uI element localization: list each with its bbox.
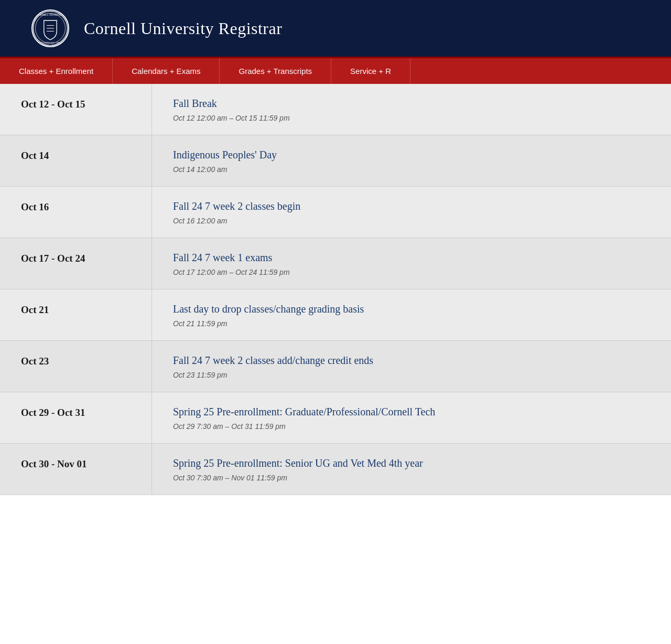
date-cell: Oct 14: [0, 135, 152, 186]
calendar-row: Oct 17 - Oct 24 Fall 24 7 week 1 exams O…: [0, 238, 671, 289]
event-time: Oct 17 12:00 am – Oct 24 11:59 pm: [173, 268, 650, 276]
calendar-container: Oct 12 - Oct 15 Fall Break Oct 12 12:00 …: [0, 84, 671, 495]
calendar-row: Oct 14 Indigenous Peoples' Day Oct 14 12…: [0, 135, 671, 187]
event-time: Oct 30 7:30 am – Nov 01 11:59 pm: [173, 474, 650, 482]
nav-item-calendars[interactable]: Calendars + Exams: [113, 58, 220, 84]
event-cell: Fall 24 7 week 1 exams Oct 17 12:00 am –…: [152, 238, 671, 289]
event-cell: Fall 24 7 week 2 classes add/change cred…: [152, 341, 671, 392]
date-cell: Oct 17 - Oct 24: [0, 238, 152, 289]
site-header: CORNELL UNIVERSITY FOUNDED A.D. 1865 Cor…: [0, 0, 671, 57]
event-time: Oct 29 7:30 am – Oct 31 11:59 pm: [173, 422, 650, 431]
event-title: Fall Break: [173, 96, 650, 111]
event-time: Oct 21 11:59 pm: [173, 319, 650, 328]
calendar-row: Oct 30 - Nov 01 Spring 25 Pre-enrollment…: [0, 444, 671, 495]
event-time: Oct 16 12:00 am: [173, 217, 650, 225]
date-cell: Oct 23: [0, 341, 152, 392]
calendar-row: Oct 23 Fall 24 7 week 2 classes add/chan…: [0, 341, 671, 392]
event-time: Oct 14 12:00 am: [173, 165, 650, 174]
event-title: Spring 25 Pre-enrollment: Senior UG and …: [173, 456, 650, 470]
nav-item-classes[interactable]: Classes + Enrollment: [0, 58, 113, 84]
event-title: Spring 25 Pre-enrollment: Graduate/Profe…: [173, 405, 650, 419]
main-navigation: Classes + Enrollment Calendars + Exams G…: [0, 57, 671, 84]
event-cell: Fall 24 7 week 2 classes begin Oct 16 12…: [152, 187, 671, 238]
event-title: Fall 24 7 week 1 exams: [173, 251, 650, 265]
date-cell: Oct 16: [0, 187, 152, 238]
event-cell: Indigenous Peoples' Day Oct 14 12:00 am: [152, 135, 671, 186]
calendar-row: Oct 21 Last day to drop classes/change g…: [0, 289, 671, 341]
event-cell: Spring 25 Pre-enrollment: Graduate/Profe…: [152, 392, 671, 443]
calendar-row: Oct 12 - Oct 15 Fall Break Oct 12 12:00 …: [0, 84, 671, 135]
event-title: Last day to drop classes/change grading …: [173, 302, 650, 316]
svg-text:FOUNDED A.D. 1865: FOUNDED A.D. 1865: [40, 41, 61, 44]
cornell-logo: CORNELL UNIVERSITY FOUNDED A.D. 1865: [31, 9, 69, 47]
event-cell: Fall Break Oct 12 12:00 am – Oct 15 11:5…: [152, 84, 671, 135]
svg-text:CORNELL UNIVERSITY: CORNELL UNIVERSITY: [37, 14, 64, 16]
nav-item-grades[interactable]: Grades + Transcripts: [220, 58, 331, 84]
event-time: Oct 12 12:00 am – Oct 15 11:59 pm: [173, 114, 650, 122]
event-cell: Spring 25 Pre-enrollment: Senior UG and …: [152, 444, 671, 495]
date-cell: Oct 12 - Oct 15: [0, 84, 152, 135]
site-title: Cornell University Registrar: [84, 19, 282, 38]
nav-item-service[interactable]: Service + R: [331, 58, 410, 84]
date-cell: Oct 21: [0, 289, 152, 340]
calendar-row: Oct 29 - Oct 31 Spring 25 Pre-enrollment…: [0, 392, 671, 444]
event-title: Fall 24 7 week 2 classes add/change cred…: [173, 353, 650, 368]
date-cell: Oct 30 - Nov 01: [0, 444, 152, 495]
calendar-row: Oct 16 Fall 24 7 week 2 classes begin Oc…: [0, 187, 671, 238]
event-cell: Last day to drop classes/change grading …: [152, 289, 671, 340]
date-cell: Oct 29 - Oct 31: [0, 392, 152, 443]
event-title: Indigenous Peoples' Day: [173, 148, 650, 162]
event-time: Oct 23 11:59 pm: [173, 371, 650, 379]
event-title: Fall 24 7 week 2 classes begin: [173, 199, 650, 213]
